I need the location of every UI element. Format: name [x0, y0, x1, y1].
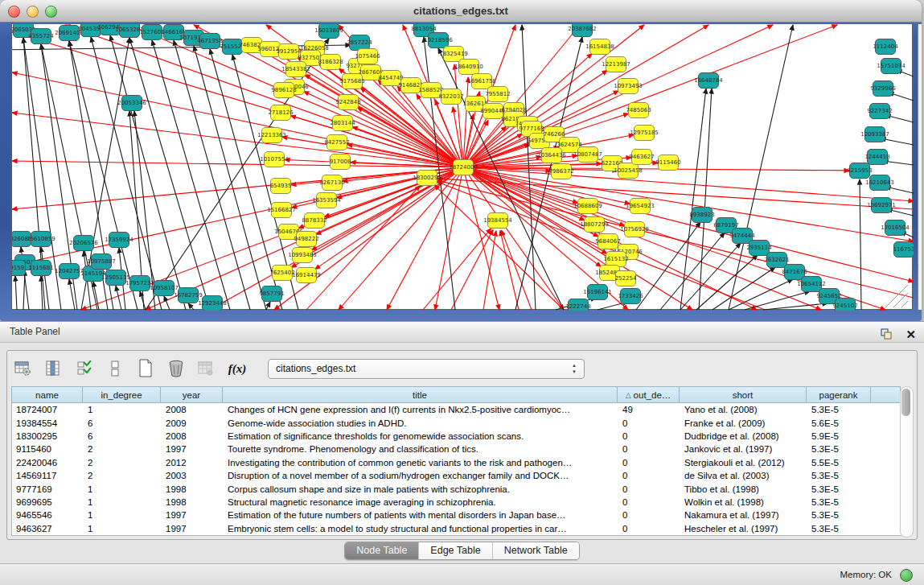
- tab-edge-table[interactable]: Edge Table: [418, 542, 491, 559]
- table-row[interactable]: 2242004622012Investigating the contribut…: [12, 456, 901, 469]
- import-table-icon[interactable]: [197, 359, 216, 378]
- graph-edge[interactable]: [522, 25, 536, 310]
- column-header-year[interactable]: year: [161, 386, 223, 403]
- column-header-in_degree[interactable]: in_degree: [83, 386, 161, 403]
- graph-node-label: 16353594: [312, 197, 341, 204]
- graph-edge[interactable]: [23, 270, 25, 310]
- graph-edge[interactable]: [434, 185, 564, 310]
- graph-node-label: 18807293: [580, 221, 609, 228]
- resize-grip-icon[interactable]: [893, 293, 908, 307]
- table-row[interactable]: 1830029562008Estimation of significance …: [12, 430, 901, 443]
- table-cell: Genome-wide association studies in ADHD.: [224, 418, 618, 428]
- graph-node-label: 19384554: [483, 217, 512, 224]
- sort-ascending-icon: △: [626, 391, 631, 399]
- graph-edge[interactable]: [745, 291, 810, 310]
- table-cell: 0: [618, 524, 680, 534]
- graph-node-label: 18300295: [413, 175, 441, 181]
- graph-edge[interactable]: [337, 167, 463, 198]
- graph-node-label: 6879197: [713, 222, 738, 229]
- graph-edge[interactable]: [290, 116, 463, 167]
- graph-edge[interactable]: [437, 180, 914, 298]
- float-panel-icon[interactable]: [877, 324, 896, 344]
- network-selector[interactable]: citations_edges.txt ▲▼: [268, 359, 585, 379]
- table-row[interactable]: 946554611997Estimation of the future num…: [12, 509, 901, 521]
- graph-node-label: 8186328: [318, 59, 343, 65]
- table-row[interactable]: 911546021997Tourette syndrome. Phenomeno…: [12, 443, 901, 455]
- graph-node-label: 16961758: [467, 78, 496, 84]
- table-row[interactable]: 969969511998Structural magnetic resonanc…: [12, 496, 901, 509]
- column-visibility-icon[interactable]: [44, 359, 64, 378]
- graph-node-label: 9329966: [870, 85, 896, 92]
- network-graph[interactable]: 2065035435572420691406904535410629451065…: [12, 24, 914, 311]
- graph-edge[interactable]: [680, 243, 741, 310]
- column-header-label: short: [733, 390, 754, 400]
- graph-edge[interactable]: [194, 46, 266, 310]
- graph-edge[interactable]: [463, 167, 821, 310]
- resize-grip-icon[interactable]: [901, 301, 908, 307]
- graph-node-label: 8938923: [689, 212, 714, 218]
- column-header-label: title: [413, 390, 427, 400]
- graph-edge[interactable]: [463, 167, 692, 310]
- graph-edge[interactable]: [266, 302, 270, 310]
- table-row[interactable]: 977716911998Corpus callosum shape and si…: [12, 482, 901, 495]
- graph-edge[interactable]: [860, 179, 861, 310]
- graph-node-label: 2803144: [330, 120, 355, 126]
- scrollbar-thumb[interactable]: [901, 389, 910, 416]
- select-all-icon[interactable]: [75, 359, 94, 378]
- graph-edge[interactable]: [188, 303, 194, 310]
- table-settings-icon[interactable]: [14, 359, 33, 378]
- graph-node-label: 10025458: [614, 167, 643, 174]
- tab-network-table[interactable]: Network Table: [492, 542, 579, 559]
- new-document-icon[interactable]: [136, 359, 155, 378]
- table-cell: 1: [84, 405, 162, 414]
- column-header-pagerank[interactable]: pagerank: [807, 386, 871, 403]
- network-canvas[interactable]: 2065035435572420691406904535410629451065…: [11, 23, 913, 310]
- clear-selection-icon[interactable]: [105, 359, 125, 378]
- memory-ok-indicator[interactable]: [900, 569, 913, 582]
- delete-icon[interactable]: [166, 359, 186, 378]
- graph-node-label: 1588520: [418, 87, 443, 93]
- graph-edge[interactable]: [174, 40, 250, 310]
- graph-node-label: 9227342: [867, 108, 892, 114]
- table-cell: 0: [618, 431, 680, 441]
- graph-edge[interactable]: [339, 167, 463, 310]
- table-tabs: Node TableEdge TableNetwork Table: [0, 542, 924, 560]
- column-header-title[interactable]: title: [223, 386, 618, 403]
- column-header-short[interactable]: short: [680, 386, 807, 403]
- function-builder-icon[interactable]: f(x): [228, 359, 247, 378]
- graph-edge[interactable]: [881, 138, 914, 145]
- graph-node-label: 16648784: [694, 77, 723, 84]
- graph-node-label: 3912954: [276, 48, 302, 55]
- graph-edge[interactable]: [129, 38, 210, 310]
- table-vertical-scrollbar[interactable]: [900, 386, 914, 538]
- graph-node-label: 20387682: [568, 26, 597, 32]
- graph-edge[interactable]: [680, 89, 706, 310]
- graph-edge[interactable]: [164, 296, 170, 310]
- column-header-name[interactable]: name: [11, 386, 83, 403]
- tab-node-table[interactable]: Node Table: [345, 542, 418, 559]
- graph-edge[interactable]: [483, 231, 496, 310]
- graph-edge[interactable]: [15, 276, 17, 310]
- graph-edge[interactable]: [636, 222, 700, 310]
- table-row[interactable]: 1938455462009Genome-wide association stu…: [12, 416, 901, 429]
- table-row[interactable]: 946362711997Embryonic stem cells: a mode…: [12, 522, 901, 535]
- table-cell: 0: [618, 471, 680, 480]
- graph-edge[interactable]: [463, 25, 837, 167]
- graph-node-label: 9463627: [629, 154, 654, 160]
- graph-node-label: 17016504: [881, 225, 910, 231]
- table-cell: Investigating the contribution of common…: [224, 458, 618, 468]
- table-row[interactable]: 1872400712008Changes of HCN gene express…: [12, 403, 901, 416]
- table-cell: 1998: [162, 484, 224, 494]
- column-header-out_de[interactable]: △out_de…: [618, 386, 680, 403]
- graph-edge[interactable]: [451, 230, 493, 310]
- network-view-window: citations_edges.txt 20650354355724206914…: [0, 0, 922, 321]
- window-titlebar[interactable]: citations_edges.txt: [0, 0, 922, 23]
- table-row[interactable]: 1456911722003Disruption of a novel membe…: [12, 469, 901, 482]
- graph-edge[interactable]: [435, 167, 463, 310]
- graph-node-label: 20206576: [69, 240, 98, 246]
- graph-edge[interactable]: [116, 286, 121, 310]
- graph-node-label: 15196141: [583, 289, 612, 295]
- close-panel-icon[interactable]: ✕: [906, 328, 916, 340]
- graph-edge[interactable]: [12, 113, 463, 167]
- graph-edge[interactable]: [454, 64, 463, 167]
